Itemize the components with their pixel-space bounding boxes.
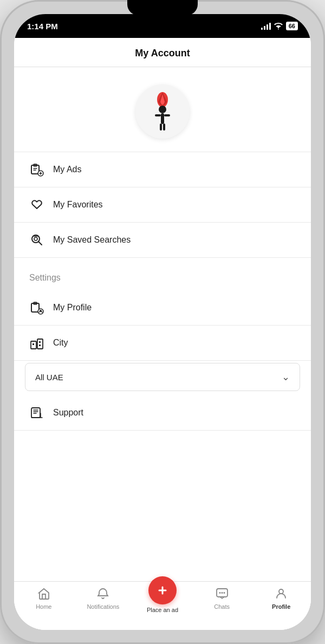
menu-item-my-profile[interactable]: My Profile [14, 290, 311, 326]
nav-chats-label: Chats [214, 603, 230, 610]
chats-icon [214, 586, 230, 601]
place-an-ad-icon [148, 576, 177, 604]
nav-profile-label: Profile [272, 603, 290, 610]
svg-rect-21 [31, 408, 40, 418]
svg-point-11 [34, 237, 37, 240]
support-label: Support [53, 408, 83, 418]
svg-rect-5 [160, 123, 162, 131]
city-dropdown[interactable]: All UAE ⌄ [25, 363, 300, 391]
svg-rect-17 [37, 339, 43, 349]
home-icon [36, 586, 51, 601]
my-profile-label: My Profile [53, 303, 92, 313]
nav-notifications-label: Notifications [87, 603, 119, 610]
nav-item-profile[interactable]: Profile [262, 586, 300, 610]
dropdown-value: All UAE [35, 373, 63, 382]
svg-point-25 [223, 592, 225, 594]
settings-section-header: Settings [14, 258, 311, 290]
nav-item-place-an-ad[interactable]: Place an ad [144, 586, 181, 613]
my-ads-icon [29, 162, 44, 177]
wifi-icon [274, 22, 283, 30]
svg-point-1 [159, 106, 166, 113]
phone-frame: 1:14 PM 66 [0, 0, 325, 644]
nav-item-home[interactable]: Home [25, 586, 63, 610]
phone-notch [127, 0, 198, 15]
svg-point-23 [219, 592, 220, 594]
menu-item-support[interactable]: Support [14, 395, 311, 431]
phone-screen: 1:14 PM 66 [14, 14, 311, 630]
svg-rect-2 [161, 113, 164, 124]
my-ads-label: My Ads [53, 165, 81, 174]
svg-point-26 [279, 589, 283, 594]
my-favorites-label: My Favorites [53, 200, 103, 210]
menu-item-my-ads[interactable]: My Ads [14, 152, 311, 187]
status-icons: 66 [261, 22, 298, 30]
menu-item-my-saved-searches[interactable]: My Saved Searches [14, 223, 311, 258]
my-favorites-icon [29, 197, 44, 212]
svg-rect-19 [39, 341, 41, 343]
nav-place-an-ad-label: Place an ad [147, 607, 178, 613]
notifications-icon [95, 586, 110, 601]
my-profile-icon [29, 300, 44, 315]
support-icon [29, 405, 44, 420]
svg-rect-3 [155, 114, 161, 116]
svg-rect-4 [164, 114, 170, 116]
profile-icon [274, 586, 289, 601]
my-saved-searches-label: My Saved Searches [53, 235, 131, 245]
svg-point-24 [221, 592, 223, 594]
city-icon [29, 335, 44, 350]
status-time: 1:14 PM [27, 22, 58, 31]
nav-home-label: Home [36, 603, 51, 610]
avatar-section [14, 67, 311, 152]
svg-rect-18 [32, 343, 34, 345]
svg-rect-20 [39, 344, 41, 346]
menu-item-city[interactable]: City [14, 326, 311, 361]
battery-icon: 66 [286, 22, 298, 30]
avatar[interactable] [135, 84, 190, 139]
status-bar: 1:14 PM 66 [14, 14, 311, 38]
svg-rect-6 [163, 123, 165, 131]
app-content: My Account [14, 38, 311, 630]
my-saved-searches-icon [29, 232, 44, 248]
page-title: My Account [27, 48, 298, 67]
chevron-down-icon: ⌄ [282, 371, 290, 383]
page-header: My Account [14, 38, 311, 67]
bottom-nav: Home Notifications [14, 581, 311, 630]
content-scroll[interactable]: My Ads My Favorites [14, 67, 311, 581]
nav-item-notifications[interactable]: Notifications [84, 586, 122, 610]
nav-item-chats[interactable]: Chats [203, 586, 241, 610]
menu-item-my-favorites[interactable]: My Favorites [14, 187, 311, 223]
city-label: City [53, 338, 68, 348]
signal-icon [261, 22, 271, 30]
